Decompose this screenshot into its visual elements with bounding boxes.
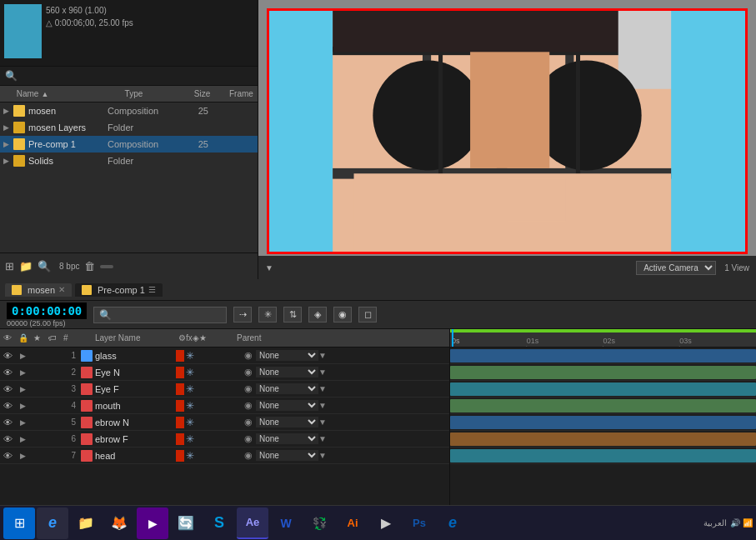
new-comp-icon[interactable]: ⊞ xyxy=(5,260,14,272)
switch-star-1[interactable]: ✳ xyxy=(186,350,194,362)
tl-btn-3[interactable]: ⇅ xyxy=(283,307,302,322)
layer-color-7[interactable] xyxy=(81,450,93,462)
parent-dropdown-5[interactable]: ▼ xyxy=(318,418,327,427)
expand-arrow-5[interactable]: ▶ xyxy=(15,418,30,427)
tab-precomp1-menu[interactable]: ☰ xyxy=(148,285,156,294)
firefox-button[interactable]: 🦊 xyxy=(103,508,135,539)
timeline-search-input[interactable] xyxy=(115,310,221,320)
photoshop-button[interactable]: Ps xyxy=(403,508,435,539)
time-display[interactable]: 0:00:00:00 xyxy=(7,302,87,319)
switch-star-7[interactable]: ✳ xyxy=(186,450,194,462)
parent-select-2[interactable]: None xyxy=(256,367,318,378)
parent-select-6[interactable]: None xyxy=(256,433,318,444)
parent-select-5[interactable]: None xyxy=(256,417,318,428)
layer-color-3[interactable] xyxy=(81,383,93,395)
tab-mosen-close[interactable]: ✕ xyxy=(58,285,65,294)
render-button[interactable] xyxy=(100,265,113,268)
switch-star-2[interactable]: ✳ xyxy=(186,367,194,378)
layer-row-ebrowf[interactable]: 👁 ▶ 6 ebrow F ✳ ◉ None ▼ xyxy=(0,431,449,448)
expand-arrow-1[interactable]: ▶ xyxy=(15,352,30,360)
switch-red-7[interactable] xyxy=(176,450,184,462)
expand-arrow-2[interactable]: ▶ xyxy=(15,368,30,377)
bit-depth-label[interactable]: 8 bpc xyxy=(59,262,79,271)
delete-icon[interactable]: 🗑 xyxy=(84,260,95,272)
parent-dropdown-3[interactable]: ▼ xyxy=(318,384,327,393)
timeline-search[interactable]: 🔍 xyxy=(93,307,227,323)
expand-icon[interactable]: ▶ xyxy=(0,157,13,165)
tl-btn-4[interactable]: ◈ xyxy=(308,307,327,322)
camera-select[interactable]: Active Camera xyxy=(636,261,716,275)
switch-red-6[interactable] xyxy=(176,433,184,445)
layer-row-head[interactable]: 👁 ▶ 7 head ✳ ◉ None ▼ xyxy=(0,448,449,464)
switch-star-6[interactable]: ✳ xyxy=(186,433,194,445)
illustrator-button[interactable]: Ai xyxy=(337,508,368,539)
layer-row-eyef[interactable]: 👁 ▶ 3 Eye F ✳ ◉ None ▼ xyxy=(0,381,449,398)
switch-red-3[interactable] xyxy=(176,383,184,395)
expand-arrow-4[interactable]: ▶ xyxy=(15,402,30,410)
tab-precomp1[interactable]: Pre-comp 1 ☰ xyxy=(75,283,163,297)
parent-dropdown-4[interactable]: ▼ xyxy=(318,401,327,410)
eye-toggle-7[interactable]: 👁 xyxy=(0,451,15,461)
ie-button[interactable]: e xyxy=(37,508,68,539)
layer-row-glass[interactable]: 👁 ▶ 1 glass ✳ ◉ None ▼ xyxy=(0,348,449,364)
tl-btn-1[interactable]: ⇢ xyxy=(233,307,252,322)
parent-select-1[interactable]: None xyxy=(256,350,318,361)
word-button[interactable]: W xyxy=(270,508,302,539)
project-row-solids[interactable]: ▶ Solids Folder xyxy=(0,152,258,169)
expand-arrow-7[interactable]: ▶ xyxy=(15,452,30,460)
switch-star-3[interactable]: ✳ xyxy=(186,383,194,395)
layer-row-ebrown[interactable]: 👁 ▶ 5 ebrow N ✳ ◉ None ▼ xyxy=(0,414,449,431)
layer-color-1[interactable] xyxy=(81,350,93,362)
eye-toggle-2[interactable]: 👁 xyxy=(0,368,15,378)
search-icon[interactable]: 🔍 xyxy=(38,260,51,272)
player-button[interactable]: ▶ xyxy=(370,508,402,539)
eye-toggle-4[interactable]: 👁 xyxy=(0,401,15,411)
col-header-frame[interactable]: Frame xyxy=(224,88,258,100)
col-header-name[interactable]: Name ▲ xyxy=(12,88,108,100)
layer-row-eyen[interactable]: 👁 ▶ 2 Eye N ✳ ◉ None ▼ xyxy=(0,364,449,381)
col-header-type[interactable]: Type xyxy=(120,88,189,100)
col-header-size[interactable]: Size xyxy=(189,88,224,100)
layer-color-4[interactable] xyxy=(81,400,93,412)
start-button[interactable]: ⊞ xyxy=(3,508,35,539)
parent-dropdown-7[interactable]: ▼ xyxy=(318,451,327,460)
switch-red-2[interactable] xyxy=(176,367,184,378)
expand-icon[interactable]: ▶ xyxy=(0,107,13,115)
parent-select-3[interactable]: None xyxy=(256,383,318,394)
project-search-input[interactable] xyxy=(21,71,253,81)
project-row-mosen-layers[interactable]: ▶ mosen Layers Folder xyxy=(0,119,258,136)
tl-btn-2[interactable]: ✳ xyxy=(258,307,277,322)
eye-toggle-3[interactable]: 👁 xyxy=(0,384,15,394)
layer-color-6[interactable] xyxy=(81,433,93,445)
sync-button[interactable]: 🔄 xyxy=(170,508,202,539)
skype-button[interactable]: S xyxy=(203,508,235,539)
currency-button[interactable]: 💱 xyxy=(303,508,335,539)
explorer-button[interactable]: 📁 xyxy=(70,508,102,539)
eye-toggle-6[interactable]: 👁 xyxy=(0,434,15,444)
project-search-bar[interactable]: 🔍 xyxy=(0,67,258,86)
switch-star-5[interactable]: ✳ xyxy=(186,417,194,428)
expand-icon[interactable]: ▶ xyxy=(0,140,13,148)
eye-toggle-1[interactable]: 👁 xyxy=(0,351,15,361)
project-row-mosen[interactable]: ▶ mosen Composition 25 xyxy=(0,102,258,119)
playhead[interactable] xyxy=(452,329,453,347)
layer-color-5[interactable] xyxy=(81,417,93,428)
layer-color-2[interactable] xyxy=(81,367,93,378)
parent-select-7[interactable]: None xyxy=(256,450,318,461)
parent-dropdown-2[interactable]: ▼ xyxy=(318,368,327,377)
tl-btn-6[interactable]: ◻ xyxy=(358,307,377,322)
tab-mosen[interactable]: mosen ✕ xyxy=(5,283,72,297)
eye-toggle-5[interactable]: 👁 xyxy=(0,418,15,428)
parent-select-4[interactable]: None xyxy=(256,400,318,411)
switch-star-4[interactable]: ✳ xyxy=(186,400,194,412)
switch-red-1[interactable] xyxy=(176,350,184,362)
tl-btn-5[interactable]: ◉ xyxy=(333,307,352,322)
layer-row-mouth[interactable]: 👁 ▶ 4 mouth ✳ ◉ None ▼ xyxy=(0,398,449,414)
expand-icon[interactable]: ▶ xyxy=(0,123,13,132)
parent-dropdown-6[interactable]: ▼ xyxy=(318,434,327,443)
parent-dropdown-1[interactable]: ▼ xyxy=(318,351,327,360)
edge-button[interactable]: e xyxy=(437,508,468,539)
folder-icon[interactable]: 📁 xyxy=(19,260,33,272)
switch-red-5[interactable] xyxy=(176,417,184,428)
aftereffects-button[interactable]: Ae xyxy=(237,508,268,539)
